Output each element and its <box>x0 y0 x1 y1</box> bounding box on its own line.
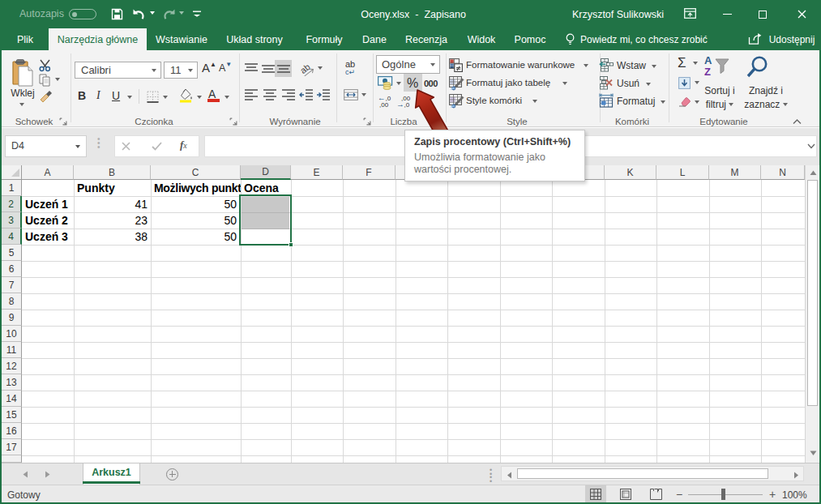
svg-text:ab: ab <box>298 62 312 75</box>
